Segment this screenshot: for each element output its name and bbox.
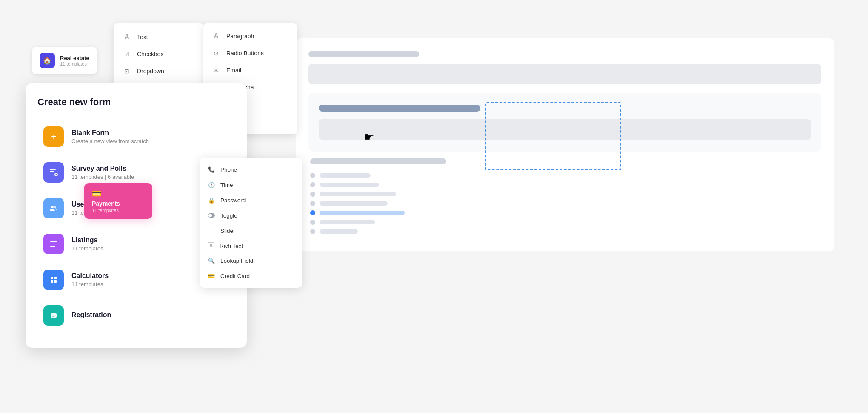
creditcard-label: Credit Card [220, 273, 250, 279]
registration-name: Registration [71, 311, 229, 319]
real-estate-icon: 🏠 [40, 53, 55, 68]
top-dropdown-col1: A Text ☑ Checkbox ⊡ Dropdown [114, 23, 203, 85]
time-icon: 🕐 [208, 181, 215, 189]
preview-radio-list [310, 173, 819, 234]
svg-rect-10 [51, 280, 53, 283]
ri-lookup[interactable]: 🔍 Lookup Field [200, 253, 302, 268]
lookup-label: Lookup Field [220, 258, 253, 264]
real-estate-card: 🏠 Real estate 11 templates [32, 47, 97, 74]
payments-tooltip: 💳 Payments 11 templates [84, 183, 152, 219]
blank-form-desc: Create a new view from scratch [71, 138, 229, 144]
radio-item-4 [310, 201, 819, 206]
radio-item-2 [310, 182, 819, 187]
checkbox-icon: ☑ [123, 50, 131, 58]
toggle-icon [208, 212, 215, 219]
time-label: Time [220, 182, 233, 188]
payments-subtitle: 11 templates [92, 208, 145, 213]
svg-rect-5 [50, 241, 57, 242]
svg-point-4 [54, 206, 56, 208]
svg-rect-1 [50, 171, 54, 172]
preview-bar-input1 [308, 64, 821, 84]
modal-title: Create new form [37, 97, 235, 108]
radio-dot-3 [310, 192, 315, 197]
radio-label: Radio Buttons [226, 50, 264, 57]
radio-bar-3 [320, 192, 396, 196]
blank-form-icon: + [43, 126, 64, 147]
option-registration[interactable]: Registration [37, 298, 235, 333]
richtext-icon: A [208, 242, 214, 249]
payments-icon: 💳 [92, 189, 145, 198]
ri-phone[interactable]: 📞 Phone [200, 162, 302, 177]
svg-rect-14 [52, 316, 54, 317]
radio-dot-4 [310, 201, 315, 206]
registration-icon [43, 305, 64, 326]
ri-creditcard[interactable]: 💳 Credit Card [200, 268, 302, 284]
text-icon: A [123, 33, 131, 41]
ri-richtext[interactable]: A Rich Text [200, 238, 302, 253]
richtext-label: Rich Text [220, 243, 243, 249]
menu-item-paragraph[interactable]: A Paragraph [203, 28, 297, 45]
listings-icon [43, 234, 64, 254]
radio-item-7 [310, 229, 819, 234]
real-estate-text: Real estate 11 templates [60, 55, 89, 66]
radio-icon: ⊙ [212, 49, 220, 57]
slider-label: Slider [220, 228, 235, 234]
creditcard-icon: 💳 [208, 272, 215, 280]
svg-rect-13 [52, 315, 55, 315]
radio-dot-6 [310, 220, 315, 225]
radio-dot-7 [310, 229, 315, 234]
blank-form-name: Blank Form [71, 129, 229, 137]
ri-slider[interactable]: Slider [200, 223, 302, 238]
svg-rect-12 [51, 313, 57, 318]
toggle-label: Toggle [220, 212, 237, 219]
radio-bar-5 [320, 211, 405, 215]
dropdown-label: Dropdown [137, 68, 164, 75]
radio-item-1 [310, 173, 819, 178]
svg-rect-0 [50, 169, 56, 170]
ri-time[interactable]: 🕐 Time [200, 177, 302, 192]
radio-bar-1 [320, 173, 371, 178]
registration-text: Registration [71, 311, 229, 320]
paragraph-label: Paragraph [226, 33, 254, 40]
real-estate-title: Real estate [60, 55, 89, 61]
dropdown-icon: ⊡ [123, 67, 131, 75]
text-label: Text [137, 34, 148, 40]
ri-password[interactable]: 🔒 Password [200, 192, 302, 208]
menu-item-email[interactable]: ✉ Email [203, 62, 297, 79]
radio-item-3 [310, 192, 819, 197]
payments-title: Payments [92, 200, 145, 207]
email-label: Email [226, 67, 241, 74]
radio-dot-2 [310, 182, 315, 187]
radio-dot-5 [310, 210, 315, 215]
svg-rect-11 [54, 280, 57, 283]
svg-rect-9 [54, 277, 57, 279]
radio-item-6 [310, 220, 819, 225]
svg-rect-6 [50, 244, 57, 244]
menu-item-text[interactable]: A Text [114, 29, 203, 46]
menu-item-dropdown[interactable]: ⊡ Dropdown [114, 63, 203, 80]
survey-icon [43, 162, 64, 183]
preview-button [319, 105, 480, 112]
menu-item-checkbox[interactable]: ☑ Checkbox [114, 46, 203, 63]
svg-point-3 [51, 206, 54, 208]
slider-icon [208, 227, 215, 235]
menu-item-radio[interactable]: ⊙ Radio Buttons [203, 45, 297, 62]
radio-bar-6 [320, 220, 375, 224]
lookup-icon: 🔍 [208, 257, 215, 264]
svg-rect-7 [50, 246, 55, 247]
radio-item-5 [310, 210, 819, 215]
radio-bar-7 [320, 229, 358, 234]
phone-icon: 📞 [208, 166, 215, 173]
preview-bar-title [308, 51, 419, 57]
password-icon: 🔒 [208, 196, 215, 204]
users-icon [43, 198, 64, 218]
email-icon: ✉ [212, 66, 220, 75]
ri-toggle[interactable]: Toggle [200, 208, 302, 223]
phone-label: Phone [220, 166, 237, 173]
right-dropdown: 📞 Phone 🕐 Time 🔒 Password Toggle Slider … [200, 158, 302, 288]
password-label: Password [220, 197, 246, 204]
option-blank[interactable]: + Blank Form Create a new view from scra… [37, 120, 235, 154]
svg-rect-8 [51, 277, 53, 279]
blank-form-text: Blank Form Create a new view from scratc… [71, 129, 229, 144]
calculators-icon [43, 270, 64, 290]
